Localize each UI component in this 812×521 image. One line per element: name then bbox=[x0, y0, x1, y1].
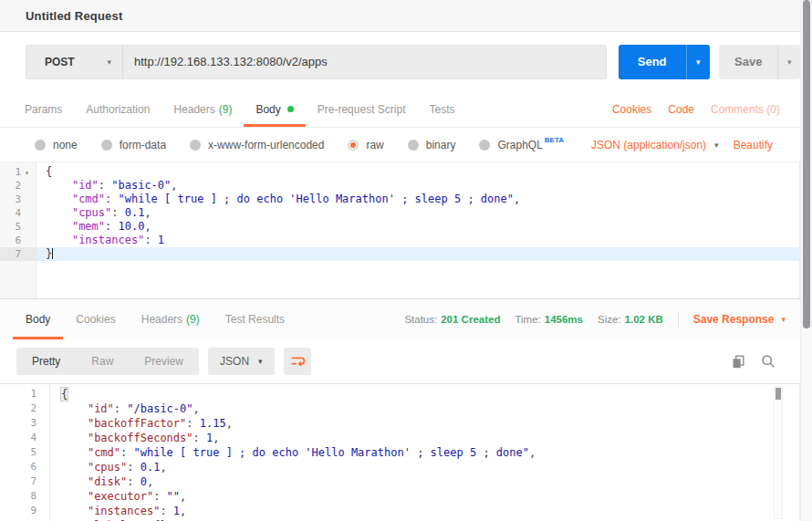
radio-icon bbox=[408, 140, 419, 151]
line-number: 3 bbox=[0, 193, 36, 206]
wrap-lines-button[interactable] bbox=[284, 348, 311, 375]
radio-raw[interactable]: raw bbox=[348, 139, 383, 151]
code-line[interactable]: 7 "disk": 0, bbox=[0, 474, 799, 489]
code-line[interactable]: 3 "cmd": "while [ true ] ; do echo 'Hell… bbox=[0, 193, 799, 206]
save-button[interactable]: Save bbox=[719, 45, 777, 79]
tab-tests[interactable]: Tests bbox=[417, 91, 466, 127]
code-line[interactable]: 9 "instances": 1, bbox=[0, 504, 799, 518]
save-response-button[interactable]: Save Response ▾ bbox=[693, 313, 786, 326]
comments-link[interactable]: Comments (0) bbox=[711, 103, 780, 116]
code-line[interactable]: 2 "id": "basic-0", bbox=[0, 179, 799, 193]
url-input[interactable]: http://192.168.133.132:8080/v2/apps bbox=[123, 55, 606, 68]
line-number: 1 bbox=[0, 165, 36, 179]
chevron-down-icon: ▾ bbox=[258, 357, 263, 366]
view-tab-pretty[interactable]: Pretty bbox=[16, 348, 76, 375]
save-label: Save bbox=[734, 55, 762, 68]
code-line[interactable]: 5 "mem": 10.0, bbox=[0, 220, 799, 234]
line-number: 6 bbox=[0, 234, 36, 247]
chevron-down-icon: ▾ bbox=[107, 57, 111, 67]
radio-binary[interactable]: binary bbox=[408, 139, 456, 151]
response-format-select[interactable]: JSON ▾ bbox=[208, 348, 275, 375]
view-tab-raw[interactable]: Raw bbox=[76, 348, 129, 375]
code-line[interactable]: 4 "backoffSeconds": 1, bbox=[0, 431, 799, 445]
beautify-link[interactable]: Beautify bbox=[734, 139, 773, 151]
copy-button[interactable] bbox=[730, 353, 746, 370]
request-title-bar: Untitled Request bbox=[0, 0, 800, 32]
tab-pre-request-script[interactable]: Pre-request Script bbox=[306, 91, 418, 127]
request-tab-bar: Params Authorization Headers (9) Body Pr… bbox=[0, 91, 800, 128]
text-cursor bbox=[52, 248, 53, 259]
code-line[interactable]: 1{ bbox=[0, 387, 799, 401]
tab-authorization[interactable]: Authorization bbox=[74, 91, 161, 127]
response-header: Body Cookies Headers (9) Test Results St… bbox=[0, 298, 800, 339]
code-link[interactable]: Code bbox=[668, 103, 694, 116]
line-number: 7 bbox=[0, 474, 50, 489]
code-line[interactable]: 5 "cmd": "while [ true ] ; do echo 'Hell… bbox=[0, 445, 799, 460]
search-button[interactable] bbox=[760, 353, 776, 370]
code-line[interactable]: 8 "executor": "", bbox=[0, 489, 799, 504]
line-number: 5 bbox=[0, 445, 50, 460]
chevron-down-icon: ▾ bbox=[696, 57, 701, 67]
method-select[interactable]: POST ▾ bbox=[26, 46, 123, 78]
chevron-down-icon: ▾ bbox=[787, 57, 792, 67]
request-bar: POST ▾ http://192.168.133.132:8080/v2/ap… bbox=[0, 32, 800, 91]
send-label: Send bbox=[638, 55, 667, 68]
cookies-link[interactable]: Cookies bbox=[612, 103, 651, 116]
send-button[interactable]: Send bbox=[619, 45, 686, 79]
response-tool-icons bbox=[730, 353, 800, 370]
code-line[interactable]: 6 "instances": 1 bbox=[0, 234, 799, 247]
save-options-button[interactable]: ▾ bbox=[777, 45, 800, 79]
tab-params[interactable]: Params bbox=[13, 91, 74, 127]
response-editor-wrap: 1{2 "id": "/basic-0",3 "backoffFactor": … bbox=[0, 383, 800, 521]
radio-icon bbox=[35, 140, 46, 151]
line-number: 2 bbox=[0, 401, 50, 416]
line-number: 7 bbox=[0, 247, 36, 261]
tab-body[interactable]: Body bbox=[244, 91, 305, 127]
status-badge: Status:201 Created bbox=[404, 314, 500, 325]
scrollbar-thumb[interactable] bbox=[776, 388, 781, 400]
line-number: 9 bbox=[0, 504, 50, 518]
chevron-down-icon: ▾ bbox=[781, 315, 786, 324]
headers-count: (9) bbox=[219, 103, 233, 116]
body-type-bar: none form-data x-www-form-urlencoded raw… bbox=[0, 128, 800, 162]
response-tab-body[interactable]: Body bbox=[13, 299, 63, 339]
response-editor[interactable]: 1{2 "id": "/basic-0",3 "backoffFactor": … bbox=[0, 384, 799, 521]
line-number: 2 bbox=[0, 179, 36, 193]
send-options-button[interactable]: ▾ bbox=[686, 45, 711, 79]
radio-form-data[interactable]: form-data bbox=[101, 139, 166, 151]
wrap-lines-icon bbox=[289, 353, 306, 370]
response-view-switch: Pretty Raw Preview bbox=[16, 348, 199, 375]
request-editor[interactable]: 1▾{2 "id": "basic-0",3 "cmd": "while [ t… bbox=[0, 162, 800, 298]
code-line[interactable]: 4 "cpus": 0.1, bbox=[0, 206, 799, 220]
page-title: Untitled Request bbox=[26, 9, 122, 23]
time-badge: Time:1456ms bbox=[515, 314, 583, 325]
line-number: 4 bbox=[0, 206, 36, 220]
search-icon bbox=[760, 353, 776, 370]
page-scrollbar[interactable] bbox=[800, 0, 812, 521]
response-tab-headers[interactable]: Headers (9) bbox=[129, 299, 213, 339]
radio-icon bbox=[190, 140, 201, 151]
scrollbar-thumb[interactable] bbox=[803, 0, 810, 328]
response-tab-cookies[interactable]: Cookies bbox=[63, 299, 128, 339]
radio-graphql[interactable]: GraphQL BETA bbox=[479, 139, 564, 151]
response-scrollbar[interactable] bbox=[774, 386, 783, 519]
code-line[interactable]: 7} bbox=[0, 247, 799, 261]
view-tab-preview[interactable]: Preview bbox=[129, 348, 199, 375]
radio-none[interactable]: none bbox=[35, 139, 78, 151]
radio-icon bbox=[479, 140, 490, 151]
line-number: 6 bbox=[0, 460, 50, 474]
response-tab-test-results[interactable]: Test Results bbox=[213, 299, 297, 339]
code-line[interactable]: 3 "backoffFactor": 1.15, bbox=[0, 416, 799, 431]
code-line[interactable]: 2 "id": "/basic-0", bbox=[0, 401, 799, 416]
content-type-select[interactable]: JSON (application/json) ▾ bbox=[591, 139, 719, 151]
code-line[interactable]: 6 "cpus": 0.1, bbox=[0, 460, 799, 474]
line-number: 4 bbox=[0, 431, 50, 445]
method-label: POST bbox=[45, 56, 75, 68]
tab-headers[interactable]: Headers (9) bbox=[161, 91, 244, 127]
copy-icon bbox=[730, 353, 746, 370]
radio-x-www-form-urlencoded[interactable]: x-www-form-urlencoded bbox=[190, 139, 324, 151]
request-right-links: Cookies Code Comments (0) bbox=[612, 91, 800, 127]
divider bbox=[678, 311, 679, 328]
response-headers-count: (9) bbox=[186, 313, 200, 326]
code-line[interactable]: 1▾{ bbox=[0, 165, 799, 179]
